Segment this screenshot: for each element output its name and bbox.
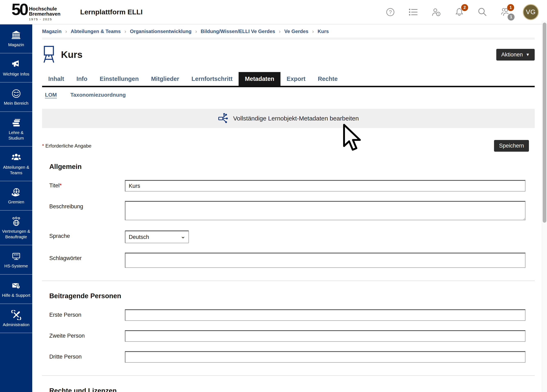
logo-50: 50 xyxy=(12,3,27,16)
breadcrumb-item-magazin[interactable]: Magazin xyxy=(42,28,62,34)
scrollbar-thumb[interactable] xyxy=(543,23,546,223)
sprache-select[interactable]: Deutsch xyxy=(125,230,189,243)
caret-down-icon: ▼ xyxy=(526,53,530,57)
section-heading-beitragende-personen: Beitragende Personen xyxy=(49,292,535,300)
zweite-person-label: Zweite Person xyxy=(49,330,125,339)
sidebar-item-administration[interactable]: Administration xyxy=(0,304,32,333)
sidebar-item-lehre-studium[interactable]: Lehre & Studium xyxy=(0,112,32,147)
form-row-schlagwoerter: Schlagwörter xyxy=(49,253,526,268)
edit-metadata-banner[interactable]: Vollständige Lernobjekt-Metadaten bearbe… xyxy=(42,109,535,128)
tab-inhalt[interactable]: Inhalt xyxy=(42,72,70,86)
sidebar-item-abteilungen-teams[interactable]: Abteilungen & Teams xyxy=(0,147,32,181)
sidebar-item-label: Gremien xyxy=(8,199,24,205)
sprache-label: Sprache xyxy=(49,230,125,239)
breadcrumb: Magazin › Abteilungen & Teams › Organisa… xyxy=(42,24,535,40)
breadcrumb-item-kurs[interactable]: Kurs xyxy=(318,28,329,34)
tab-rechte[interactable]: Rechte xyxy=(312,72,344,86)
tab-info[interactable]: Info xyxy=(70,72,93,86)
logo-years: 1975 - 2025 xyxy=(29,17,60,21)
tab-metadaten[interactable]: Metadaten xyxy=(239,72,280,86)
sidebar-item-label: HS-Systeme xyxy=(4,263,28,269)
section-allgemein: Allgemein Titel* Beschreibung Sprache De… xyxy=(42,163,535,268)
titel-input[interactable] xyxy=(125,180,526,191)
section-divider xyxy=(42,375,535,376)
sidebar: Magazin Wichtige Infos Mein Bereich Lehr… xyxy=(0,24,32,392)
topbar-icons: ? ! 2 1 1 VG xyxy=(385,4,547,20)
globe-people-icon xyxy=(11,217,21,227)
tab-lernfortschritt[interactable]: Lernfortschritt xyxy=(185,72,239,86)
dritte-person-label: Dritte Person xyxy=(49,351,125,360)
tools-icon xyxy=(11,310,21,320)
title-row: Kurs Aktionen ▼ xyxy=(42,46,535,63)
contacts-badge-top: 1 xyxy=(507,4,514,11)
beschreibung-textarea[interactable] xyxy=(125,201,526,220)
form-row-dritte-person: Dritte Person xyxy=(49,351,526,363)
chevron-right-icon: › xyxy=(65,29,67,34)
share-nodes-icon xyxy=(218,113,229,124)
subtab-taxonomiezuordnung[interactable]: Taxonomiezuordnung xyxy=(70,92,126,98)
main-content: Magazin › Abteilungen & Teams › Organisa… xyxy=(32,24,541,392)
breadcrumb-item-ve-gerdes[interactable]: Ve Gerdes xyxy=(284,28,308,34)
bank-icon xyxy=(11,30,21,40)
logo-line1: Hochschule xyxy=(29,6,60,11)
app-title: Lernplattform ELLI xyxy=(80,8,143,16)
committee-icon xyxy=(11,187,21,197)
scrollbar-track[interactable] xyxy=(542,20,547,392)
sidebar-item-label: Vertretungen & Beauftragte xyxy=(1,229,31,239)
save-button-label: Speichern xyxy=(499,143,524,149)
dritte-person-input[interactable] xyxy=(125,351,526,363)
awareness-icon[interactable]: ! xyxy=(431,7,442,18)
hochschule-bremerhaven-logo[interactable]: 50 Hochschule Bremerhaven 1975 - 2025 xyxy=(12,3,60,21)
form-row-erste-person: Erste Person xyxy=(49,309,526,321)
note-row: * Erforderliche Angabe Speichern xyxy=(42,140,535,152)
save-button[interactable]: Speichern xyxy=(494,140,529,152)
zweite-person-input[interactable] xyxy=(125,330,526,342)
search-icon[interactable] xyxy=(477,7,488,18)
required-note-text: Erforderliche Angabe xyxy=(45,143,91,149)
edit-metadata-link: Vollständige Lernobjekt-Metadaten bearbe… xyxy=(233,115,359,122)
mail-question-icon: ? xyxy=(11,281,21,291)
actions-button[interactable]: Aktionen ▼ xyxy=(496,49,535,61)
sidebar-item-label: Abteilungen & Teams xyxy=(1,165,31,176)
monitor-icon: *** xyxy=(11,251,21,261)
section-beitragende-personen: Beitragende Personen Erste Person Zweite… xyxy=(42,292,535,363)
titel-label-text: Titel xyxy=(49,182,60,189)
sidebar-item-mein-bereich[interactable]: Mein Bereich xyxy=(0,82,32,112)
tab-export[interactable]: Export xyxy=(280,72,312,86)
schlagwoerter-input[interactable] xyxy=(125,253,526,268)
svg-text:!: ! xyxy=(438,12,439,16)
tab-mitglieder[interactable]: Mitglieder xyxy=(145,72,185,86)
form-row-titel: Titel* xyxy=(49,180,526,191)
help-icon[interactable]: ? xyxy=(385,7,396,18)
list-icon[interactable] xyxy=(408,7,419,18)
sidebar-item-hilfe-support[interactable]: ? Hilfe & Support xyxy=(0,275,32,304)
erste-person-input[interactable] xyxy=(125,309,526,321)
form-row-sprache: Sprache Deutsch ⌄ xyxy=(49,230,526,243)
sidebar-item-vertretungen-beauftragte[interactable]: Vertretungen & Beauftragte xyxy=(0,210,32,245)
form-row-beschreibung: Beschreibung xyxy=(49,201,526,221)
sidebar-item-gremien[interactable]: Gremien xyxy=(0,181,32,210)
books-icon xyxy=(11,118,21,128)
tab-einstellungen[interactable]: Einstellungen xyxy=(94,72,145,86)
breadcrumb-item-organisationsentwicklung[interactable]: Organisationsentwicklung xyxy=(130,28,191,34)
sidebar-item-label: Administration xyxy=(3,322,30,328)
titel-label: Titel* xyxy=(49,180,125,189)
actions-button-label: Aktionen xyxy=(501,52,523,58)
sidebar-item-hs-systeme[interactable]: *** HS-Systeme xyxy=(0,245,32,275)
sidebar-item-label: Mein Bereich xyxy=(4,101,28,106)
subtab-bar: LOM Taxonomiezuordnung xyxy=(42,87,535,101)
breadcrumb-item-abteilungen-teams[interactable]: Abteilungen & Teams xyxy=(71,28,121,34)
subtab-lom[interactable]: LOM xyxy=(45,92,57,98)
sidebar-item-label: Hilfe & Support xyxy=(2,293,30,298)
megaphone-icon xyxy=(11,60,21,69)
avatar[interactable]: VG xyxy=(523,4,539,20)
breadcrumb-item-bildung-wissen[interactable]: Bildung/Wissen/ELLI Ve Gerdes xyxy=(201,28,275,34)
notifications-icon[interactable]: 2 xyxy=(454,7,465,18)
beschreibung-label: Beschreibung xyxy=(49,201,125,210)
logo-line2: Bremerhaven xyxy=(29,12,60,16)
contacts-icon[interactable]: 1 1 xyxy=(500,7,511,18)
sidebar-item-magazin[interactable]: Magazin xyxy=(0,24,32,53)
tab-bar: Inhalt Info Einstellungen Mitglieder Ler… xyxy=(42,72,535,87)
sidebar-item-wichtige-infos[interactable]: Wichtige Infos xyxy=(0,53,32,83)
section-divider xyxy=(42,281,535,281)
